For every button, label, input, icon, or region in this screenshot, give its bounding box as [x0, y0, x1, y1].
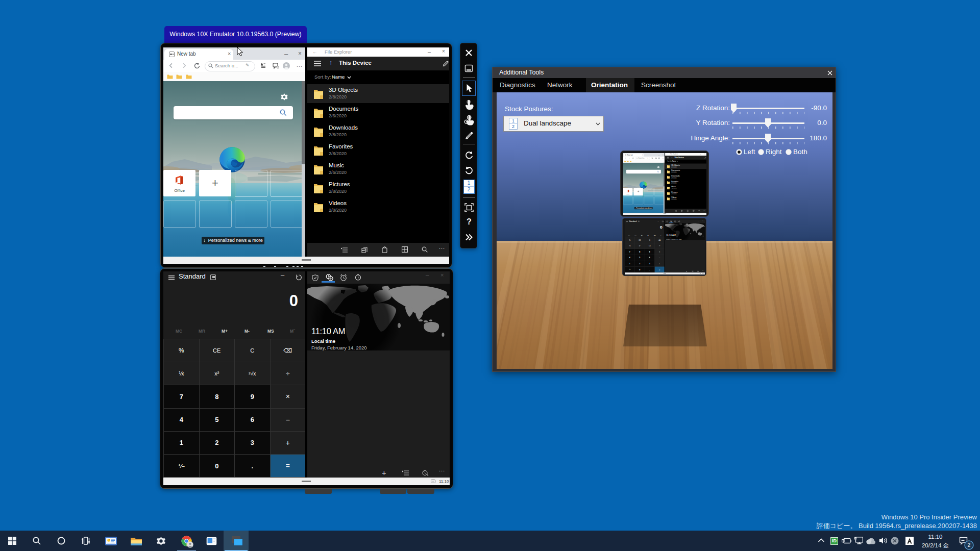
svg-text:2: 2 [968, 542, 971, 548]
